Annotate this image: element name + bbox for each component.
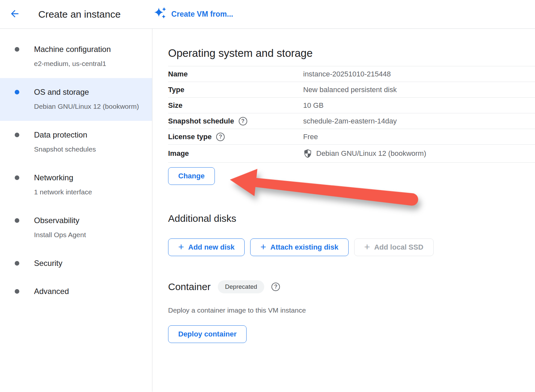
- sidebar-item-security[interactable]: Security: [0, 249, 152, 277]
- row-label: Image: [168, 149, 189, 158]
- add-new-disk-label: Add new disk: [188, 243, 235, 252]
- gemini-sparkle-icon: [153, 7, 167, 22]
- row-label: Type: [168, 86, 184, 94]
- sidebar-item-sublabel: e2-medium, us-central1: [34, 57, 139, 70]
- sidebar-item-sublabel: 1 network interface: [34, 186, 139, 198]
- step-dot-icon: [15, 133, 19, 137]
- change-button[interactable]: Change: [168, 167, 215, 185]
- page-title: Create an instance: [38, 9, 121, 20]
- row-value: New balanced persistent disk: [303, 86, 397, 94]
- sidebar-item-sublabel: Install Ops Agent: [34, 229, 139, 241]
- row-label: License type: [168, 133, 212, 141]
- deploy-container-button[interactable]: Deploy container: [168, 325, 247, 343]
- row-value: Free: [303, 133, 318, 141]
- os-storage-summary-table: Name instance-20251010-215448 Type New b…: [168, 66, 535, 163]
- table-row: Name instance-20251010-215448: [168, 66, 535, 82]
- table-row: Size 10 GB: [168, 97, 535, 113]
- deprecated-badge: Deprecated: [218, 280, 264, 293]
- attach-existing-disk-button[interactable]: Attach existing disk: [250, 238, 348, 256]
- add-local-ssd-label: Add local SSD: [374, 243, 423, 252]
- attach-existing-disk-label: Attach existing disk: [270, 243, 338, 252]
- step-dot-icon: [15, 261, 19, 266]
- step-dot-icon: [15, 90, 19, 94]
- sidebar-item-label: Security: [34, 258, 139, 269]
- steps-sidebar: Machine configuration e2-medium, us-cent…: [0, 29, 152, 392]
- container-title: Container: [168, 281, 211, 292]
- change-button-label: Change: [178, 172, 205, 180]
- table-row: Snapshot schedule schedule-2am-eastern-1…: [168, 113, 535, 129]
- sidebar-item-label: Machine configuration: [34, 44, 139, 55]
- row-label: Name: [168, 70, 188, 78]
- back-button[interactable]: [9, 9, 20, 20]
- row-value: schedule-2am-eastern-14day: [303, 117, 397, 125]
- additional-disks-title: Additional disks: [168, 213, 535, 224]
- sidebar-item-sublabel: Snapshot schedules: [34, 143, 139, 155]
- step-dot-icon: [15, 218, 19, 223]
- plus-icon: [364, 242, 370, 252]
- step-dot-icon: [15, 47, 19, 52]
- table-row: Type New balanced persistent disk: [168, 82, 535, 97]
- sidebar-item-networking[interactable]: Networking 1 network interface: [0, 164, 152, 206]
- table-row: Image Debian GNU/Linux 1: [168, 144, 535, 163]
- sidebar-item-os-and-storage[interactable]: OS and storage Debian GNU/Linux 12 (book…: [0, 78, 152, 121]
- help-icon[interactable]: [271, 283, 280, 291]
- add-new-disk-button[interactable]: Add new disk: [168, 238, 245, 256]
- sidebar-item-observability[interactable]: Observability Install Ops Agent: [0, 206, 152, 249]
- plus-icon: [260, 242, 266, 252]
- deploy-container-label: Deploy container: [178, 330, 236, 338]
- sidebar-item-label: Advanced: [34, 286, 139, 297]
- os-shield-icon: [303, 149, 312, 158]
- step-dot-icon: [15, 175, 19, 180]
- sidebar-item-label: Observability: [34, 215, 139, 226]
- row-label: Size: [168, 101, 182, 110]
- sidebar-item-label: Data protection: [34, 129, 139, 140]
- sidebar-item-machine-configuration[interactable]: Machine configuration e2-medium, us-cent…: [0, 35, 152, 78]
- row-label: Snapshot schedule: [168, 117, 234, 125]
- create-vm-from-label: Create VM from...: [171, 10, 233, 19]
- top-header: Create an instance Create VM from...: [0, 0, 535, 29]
- help-icon[interactable]: [216, 133, 225, 141]
- plus-icon: [178, 242, 184, 252]
- sidebar-item-data-protection[interactable]: Data protection Snapshot schedules: [0, 121, 152, 164]
- step-dot-icon: [15, 289, 19, 294]
- row-value: instance-20251010-215448: [303, 70, 391, 78]
- container-description: Deploy a container image to this VM inst…: [168, 306, 535, 314]
- sidebar-item-advanced[interactable]: Advanced: [0, 277, 152, 305]
- sidebar-item-label: OS and storage: [34, 87, 139, 98]
- sidebar-item-sublabel: Debian GNU/Linux 12 (bookworm): [34, 100, 139, 112]
- back-arrow-icon: [9, 8, 20, 20]
- add-local-ssd-button: Add local SSD: [354, 238, 434, 256]
- section-title: Operating system and storage: [168, 47, 535, 59]
- sidebar-item-label: Networking: [34, 172, 139, 183]
- table-row: License type Free: [168, 129, 535, 144]
- help-icon[interactable]: [239, 117, 247, 125]
- create-vm-from-button[interactable]: Create VM from...: [153, 7, 233, 22]
- main-panel: Operating system and storage Name instan…: [152, 29, 535, 392]
- row-value: Debian GNU/Linux 12 (bookworm): [316, 149, 426, 158]
- row-value: 10 GB: [303, 101, 323, 110]
